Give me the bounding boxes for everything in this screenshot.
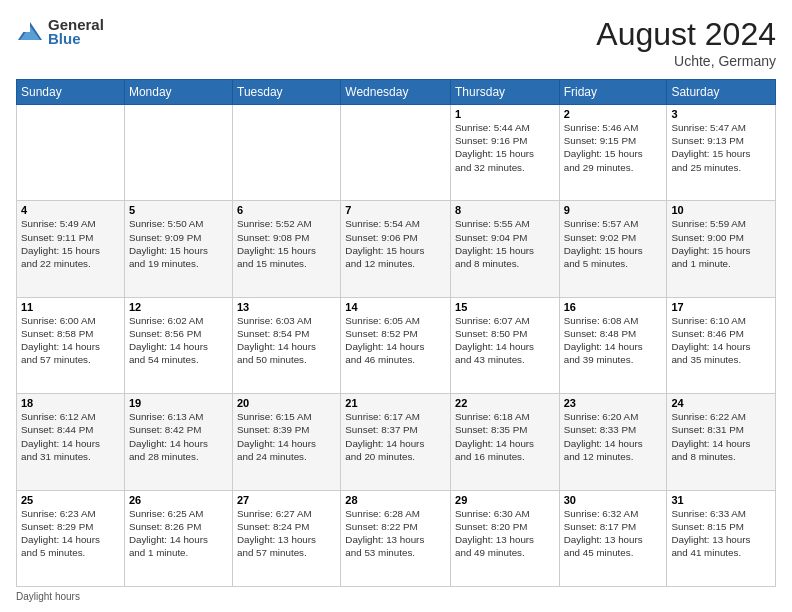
day-number: 20: [237, 397, 336, 409]
day-info: Sunrise: 5:54 AM Sunset: 9:06 PM Dayligh…: [345, 217, 446, 270]
day-number: 5: [129, 204, 228, 216]
day-info: Sunrise: 6:05 AM Sunset: 8:52 PM Dayligh…: [345, 314, 446, 367]
day-info: Sunrise: 6:10 AM Sunset: 8:46 PM Dayligh…: [671, 314, 771, 367]
day-number: 4: [21, 204, 120, 216]
day-info: Sunrise: 6:18 AM Sunset: 8:35 PM Dayligh…: [455, 410, 555, 463]
day-info: Sunrise: 6:22 AM Sunset: 8:31 PM Dayligh…: [671, 410, 771, 463]
day-number: 25: [21, 494, 120, 506]
calendar-week-row: 25Sunrise: 6:23 AM Sunset: 8:29 PM Dayli…: [17, 490, 776, 586]
logo-icon: [16, 18, 44, 46]
calendar-cell: 18Sunrise: 6:12 AM Sunset: 8:44 PM Dayli…: [17, 394, 125, 490]
day-info: Sunrise: 6:20 AM Sunset: 8:33 PM Dayligh…: [564, 410, 663, 463]
calendar-cell: 9Sunrise: 5:57 AM Sunset: 9:02 PM Daylig…: [559, 201, 667, 297]
calendar-cell: 11Sunrise: 6:00 AM Sunset: 8:58 PM Dayli…: [17, 297, 125, 393]
calendar-cell: 14Sunrise: 6:05 AM Sunset: 8:52 PM Dayli…: [341, 297, 451, 393]
col-header-sunday: Sunday: [17, 80, 125, 105]
logo-text: General Blue: [48, 16, 104, 47]
col-header-wednesday: Wednesday: [341, 80, 451, 105]
footer: Daylight hours: [16, 591, 776, 602]
svg-rect-2: [16, 18, 30, 32]
calendar-cell: 10Sunrise: 5:59 AM Sunset: 9:00 PM Dayli…: [667, 201, 776, 297]
col-header-friday: Friday: [559, 80, 667, 105]
day-number: 7: [345, 204, 446, 216]
day-info: Sunrise: 5:47 AM Sunset: 9:13 PM Dayligh…: [671, 121, 771, 174]
day-number: 11: [21, 301, 120, 313]
calendar-cell: 22Sunrise: 6:18 AM Sunset: 8:35 PM Dayli…: [451, 394, 560, 490]
logo: General Blue: [16, 16, 104, 47]
day-info: Sunrise: 5:50 AM Sunset: 9:09 PM Dayligh…: [129, 217, 228, 270]
calendar-cell: 13Sunrise: 6:03 AM Sunset: 8:54 PM Dayli…: [233, 297, 341, 393]
day-info: Sunrise: 6:15 AM Sunset: 8:39 PM Dayligh…: [237, 410, 336, 463]
day-number: 3: [671, 108, 771, 120]
calendar-week-row: 11Sunrise: 6:00 AM Sunset: 8:58 PM Dayli…: [17, 297, 776, 393]
day-info: Sunrise: 5:44 AM Sunset: 9:16 PM Dayligh…: [455, 121, 555, 174]
calendar-week-row: 1Sunrise: 5:44 AM Sunset: 9:16 PM Daylig…: [17, 105, 776, 201]
day-info: Sunrise: 6:03 AM Sunset: 8:54 PM Dayligh…: [237, 314, 336, 367]
page: General Blue August 2024 Uchte, Germany …: [0, 0, 792, 612]
calendar-cell: [233, 105, 341, 201]
day-number: 12: [129, 301, 228, 313]
calendar-cell: 26Sunrise: 6:25 AM Sunset: 8:26 PM Dayli…: [124, 490, 232, 586]
day-info: Sunrise: 5:57 AM Sunset: 9:02 PM Dayligh…: [564, 217, 663, 270]
day-number: 30: [564, 494, 663, 506]
day-number: 23: [564, 397, 663, 409]
day-info: Sunrise: 6:07 AM Sunset: 8:50 PM Dayligh…: [455, 314, 555, 367]
col-header-saturday: Saturday: [667, 80, 776, 105]
calendar-cell: 30Sunrise: 6:32 AM Sunset: 8:17 PM Dayli…: [559, 490, 667, 586]
calendar-cell: 12Sunrise: 6:02 AM Sunset: 8:56 PM Dayli…: [124, 297, 232, 393]
day-number: 6: [237, 204, 336, 216]
day-number: 24: [671, 397, 771, 409]
day-info: Sunrise: 6:27 AM Sunset: 8:24 PM Dayligh…: [237, 507, 336, 560]
calendar-cell: 24Sunrise: 6:22 AM Sunset: 8:31 PM Dayli…: [667, 394, 776, 490]
day-number: 31: [671, 494, 771, 506]
day-info: Sunrise: 6:23 AM Sunset: 8:29 PM Dayligh…: [21, 507, 120, 560]
header: General Blue August 2024 Uchte, Germany: [16, 16, 776, 69]
calendar-cell: 7Sunrise: 5:54 AM Sunset: 9:06 PM Daylig…: [341, 201, 451, 297]
calendar-cell: 2Sunrise: 5:46 AM Sunset: 9:15 PM Daylig…: [559, 105, 667, 201]
calendar-cell: [17, 105, 125, 201]
calendar-table: SundayMondayTuesdayWednesdayThursdayFrid…: [16, 79, 776, 587]
day-number: 29: [455, 494, 555, 506]
calendar-week-row: 18Sunrise: 6:12 AM Sunset: 8:44 PM Dayli…: [17, 394, 776, 490]
day-number: 18: [21, 397, 120, 409]
calendar-cell: 23Sunrise: 6:20 AM Sunset: 8:33 PM Dayli…: [559, 394, 667, 490]
calendar-cell: 1Sunrise: 5:44 AM Sunset: 9:16 PM Daylig…: [451, 105, 560, 201]
calendar-cell: [341, 105, 451, 201]
calendar-cell: 28Sunrise: 6:28 AM Sunset: 8:22 PM Dayli…: [341, 490, 451, 586]
col-header-thursday: Thursday: [451, 80, 560, 105]
calendar-cell: 31Sunrise: 6:33 AM Sunset: 8:15 PM Dayli…: [667, 490, 776, 586]
day-number: 9: [564, 204, 663, 216]
location: Uchte, Germany: [596, 53, 776, 69]
daylight-label: Daylight hours: [16, 591, 80, 602]
calendar-cell: 6Sunrise: 5:52 AM Sunset: 9:08 PM Daylig…: [233, 201, 341, 297]
day-number: 10: [671, 204, 771, 216]
day-info: Sunrise: 6:08 AM Sunset: 8:48 PM Dayligh…: [564, 314, 663, 367]
day-number: 21: [345, 397, 446, 409]
day-info: Sunrise: 6:12 AM Sunset: 8:44 PM Dayligh…: [21, 410, 120, 463]
calendar-header-row: SundayMondayTuesdayWednesdayThursdayFrid…: [17, 80, 776, 105]
calendar-cell: 5Sunrise: 5:50 AM Sunset: 9:09 PM Daylig…: [124, 201, 232, 297]
day-info: Sunrise: 6:30 AM Sunset: 8:20 PM Dayligh…: [455, 507, 555, 560]
calendar-cell: 17Sunrise: 6:10 AM Sunset: 8:46 PM Dayli…: [667, 297, 776, 393]
calendar-week-row: 4Sunrise: 5:49 AM Sunset: 9:11 PM Daylig…: [17, 201, 776, 297]
day-number: 22: [455, 397, 555, 409]
day-info: Sunrise: 6:25 AM Sunset: 8:26 PM Dayligh…: [129, 507, 228, 560]
day-info: Sunrise: 5:52 AM Sunset: 9:08 PM Dayligh…: [237, 217, 336, 270]
calendar-cell: 4Sunrise: 5:49 AM Sunset: 9:11 PM Daylig…: [17, 201, 125, 297]
day-info: Sunrise: 5:59 AM Sunset: 9:00 PM Dayligh…: [671, 217, 771, 270]
day-info: Sunrise: 6:17 AM Sunset: 8:37 PM Dayligh…: [345, 410, 446, 463]
calendar-cell: 27Sunrise: 6:27 AM Sunset: 8:24 PM Dayli…: [233, 490, 341, 586]
day-info: Sunrise: 6:13 AM Sunset: 8:42 PM Dayligh…: [129, 410, 228, 463]
day-info: Sunrise: 5:55 AM Sunset: 9:04 PM Dayligh…: [455, 217, 555, 270]
col-header-tuesday: Tuesday: [233, 80, 341, 105]
calendar-cell: [124, 105, 232, 201]
calendar-cell: 20Sunrise: 6:15 AM Sunset: 8:39 PM Dayli…: [233, 394, 341, 490]
day-number: 13: [237, 301, 336, 313]
calendar-cell: 21Sunrise: 6:17 AM Sunset: 8:37 PM Dayli…: [341, 394, 451, 490]
day-number: 14: [345, 301, 446, 313]
month-year: August 2024: [596, 16, 776, 53]
calendar-cell: 8Sunrise: 5:55 AM Sunset: 9:04 PM Daylig…: [451, 201, 560, 297]
day-number: 2: [564, 108, 663, 120]
day-number: 28: [345, 494, 446, 506]
day-number: 27: [237, 494, 336, 506]
